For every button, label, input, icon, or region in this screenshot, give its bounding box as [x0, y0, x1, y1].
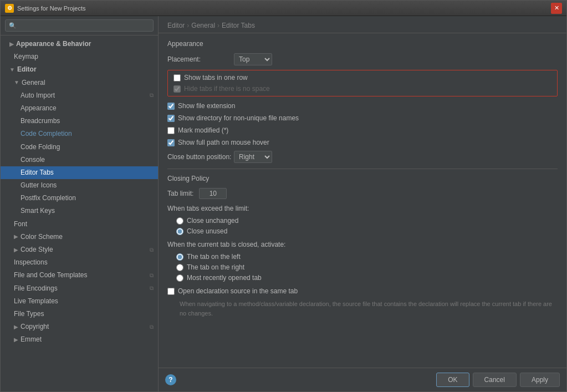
tab-display-group: Show tabs in one row Hide tabs if there … — [167, 70, 558, 96]
close-unchanged-label: Close unchanged — [187, 217, 238, 225]
panel-body: Appearance Placement: Top Bottom Left Ri… — [159, 33, 566, 368]
title-bar-text: Settings for New Projects — [17, 5, 551, 12]
right-panel: Editor › General › Editor Tabs Appearanc… — [159, 16, 566, 391]
close-button-position-row: Close button position: Right Left Hidden — [167, 151, 558, 163]
arrow-icon: ▼ — [9, 65, 15, 74]
sidebar-item-auto-import[interactable]: Auto Import ⧉ — [1, 89, 158, 102]
close-unused-label: Close unused — [187, 227, 227, 235]
when-current-tab-closed-label: When the current tab is closed, activate… — [167, 241, 285, 248]
sidebar-item-file-code-templates[interactable]: File and Code Templates ⧉ — [1, 269, 158, 282]
sidebar-item-inspections[interactable]: Inspections — [1, 256, 158, 269]
main-content: 🔍 ▶ Appearance & Behavior Keymap ▼ Edito… — [1, 16, 566, 391]
arrow-icon: ▶ — [14, 246, 18, 254]
sidebar-item-appearance-sub[interactable]: Appearance — [1, 102, 158, 115]
sidebar-item-postfix-completion[interactable]: Postfix Completion — [1, 192, 158, 205]
show-directory-checkbox[interactable] — [167, 115, 175, 122]
show-tabs-one-row-row: Show tabs in one row — [173, 74, 551, 82]
tab-on-left-row: The tab on the left — [176, 253, 558, 261]
sidebar-item-smart-keys[interactable]: Smart Keys — [1, 205, 158, 217]
sidebar-item-code-style[interactable]: ▶ Code Style ⧉ — [1, 243, 158, 256]
sidebar-item-live-templates[interactable]: Live Templates — [1, 295, 158, 308]
bottom-bar: ? OK Cancel Apply — [159, 368, 566, 391]
sidebar-item-copyright[interactable]: ▶ Copyright ⧉ — [1, 320, 158, 333]
when-current-tab-closed-row: When the current tab is closed, activate… — [167, 241, 558, 248]
search-icon: 🔍 — [9, 22, 17, 29]
arrow-icon: ▶ — [14, 323, 18, 332]
close-unchanged-row: Close unchanged — [176, 217, 558, 225]
tab-on-right-row: The tab on the right — [176, 263, 558, 271]
tab-on-right-label: The tab on the right — [187, 263, 244, 271]
help-button[interactable]: ? — [165, 374, 176, 385]
open-declaration-desc: When navigating to a method/class/variab… — [180, 299, 558, 318]
copy-icon: ⧉ — [150, 91, 154, 100]
show-full-path-row: Show full path on mouse hover — [167, 139, 558, 146]
search-input[interactable] — [19, 22, 150, 29]
show-tabs-one-row-label: Show tabs in one row — [184, 74, 248, 82]
sidebar-item-code-folding[interactable]: Code Folding — [1, 141, 158, 154]
placement-select[interactable]: Top Bottom Left Right None — [234, 53, 272, 65]
mark-modified-checkbox[interactable] — [167, 127, 175, 134]
sidebar-item-appearance-behavior[interactable]: ▶ Appearance & Behavior — [1, 38, 158, 50]
hide-tabs-no-space-label: Hide tabs if there is no space — [184, 85, 270, 93]
arrow-icon: ▶ — [14, 232, 18, 241]
tab-limit-row: Tab limit: — [167, 188, 558, 199]
placement-label: Placement: — [167, 55, 234, 63]
settings-tree: ▶ Appearance & Behavior Keymap ▼ Editor … — [1, 35, 158, 391]
sidebar-item-emmet[interactable]: ▶ Emmet — [1, 333, 158, 346]
closing-policy-header: Closing Policy — [167, 175, 558, 182]
sidebar-item-color-scheme[interactable]: ▶ Color Scheme — [1, 231, 158, 243]
tab-limit-input[interactable] — [199, 188, 227, 199]
show-tabs-one-row-checkbox[interactable] — [173, 74, 181, 82]
apply-button[interactable]: Apply — [520, 373, 560, 387]
close-unused-row: Close unused — [176, 227, 558, 235]
sidebar-item-code-completion[interactable]: Code Completion — [1, 128, 158, 140]
show-file-extension-row: Show file extension — [167, 102, 558, 110]
hide-tabs-no-space-checkbox[interactable] — [173, 85, 181, 93]
tab-closed-radio-group: The tab on the left The tab on the right… — [167, 253, 558, 282]
sidebar-item-font[interactable]: Font — [1, 218, 158, 231]
arrow-icon: ▶ — [14, 335, 18, 344]
cancel-button[interactable]: Cancel — [473, 373, 517, 387]
show-directory-label: Show directory for non-unique file names — [178, 114, 299, 122]
sidebar-item-editor[interactable]: ▼ Editor — [1, 63, 158, 76]
sidebar-item-editor-tabs[interactable]: Editor Tabs — [1, 166, 158, 179]
tab-on-right-radio[interactable] — [176, 264, 183, 271]
show-directory-row: Show directory for non-unique file names — [167, 114, 558, 122]
tab-on-left-radio[interactable] — [176, 253, 183, 261]
copy-icon: ⧉ — [150, 284, 154, 293]
close-button-position-label: Close button position: — [167, 153, 234, 161]
arrow-icon: ▶ — [9, 40, 14, 49]
copy-icon: ⧉ — [150, 246, 154, 254]
sidebar-item-general[interactable]: ▼ General — [1, 77, 158, 89]
close-button-position-select[interactable]: Right Left Hidden — [234, 151, 272, 163]
breadcrumb-sep1: › — [187, 22, 189, 29]
show-file-extension-label: Show file extension — [178, 102, 235, 110]
sidebar-item-breadcrumbs[interactable]: Breadcrumbs — [1, 115, 158, 128]
most-recently-opened-radio[interactable] — [176, 274, 183, 282]
sidebar-item-gutter-icons[interactable]: Gutter Icons — [1, 179, 158, 192]
open-declaration-checkbox[interactable] — [167, 288, 175, 295]
mark-modified-row: Mark modified (*) — [167, 126, 558, 134]
sidebar-item-keymap[interactable]: Keymap — [1, 50, 158, 63]
when-tabs-exceed-label-row: When tabs exceed the limit: — [167, 205, 558, 212]
divider — [167, 169, 558, 169]
search-input-wrap[interactable]: 🔍 — [5, 19, 154, 32]
sidebar-item-file-encodings[interactable]: File Encodings ⧉ — [1, 282, 158, 295]
copy-icon: ⧉ — [150, 323, 154, 332]
close-button[interactable]: ✕ — [551, 3, 562, 14]
show-file-extension-checkbox[interactable] — [167, 103, 175, 110]
when-tabs-exceed-label: When tabs exceed the limit: — [167, 205, 249, 212]
breadcrumb-sep2: › — [217, 22, 219, 29]
title-bar: ⚙ Settings for New Projects ✕ — [1, 1, 566, 16]
arrow-icon: ▼ — [14, 78, 19, 87]
mark-modified-label: Mark modified (*) — [178, 126, 228, 134]
sidebar-item-console[interactable]: Console — [1, 154, 158, 166]
sidebar: 🔍 ▶ Appearance & Behavior Keymap ▼ Edito… — [1, 16, 159, 391]
close-unchanged-radio[interactable] — [176, 217, 183, 225]
close-unused-radio[interactable] — [176, 228, 183, 235]
sidebar-item-file-types[interactable]: File Types — [1, 308, 158, 320]
app-icon: ⚙ — [5, 4, 14, 13]
show-full-path-checkbox[interactable] — [167, 139, 175, 146]
most-recently-opened-label: Most recently opened tab — [187, 274, 262, 282]
ok-button[interactable]: OK — [436, 373, 469, 387]
